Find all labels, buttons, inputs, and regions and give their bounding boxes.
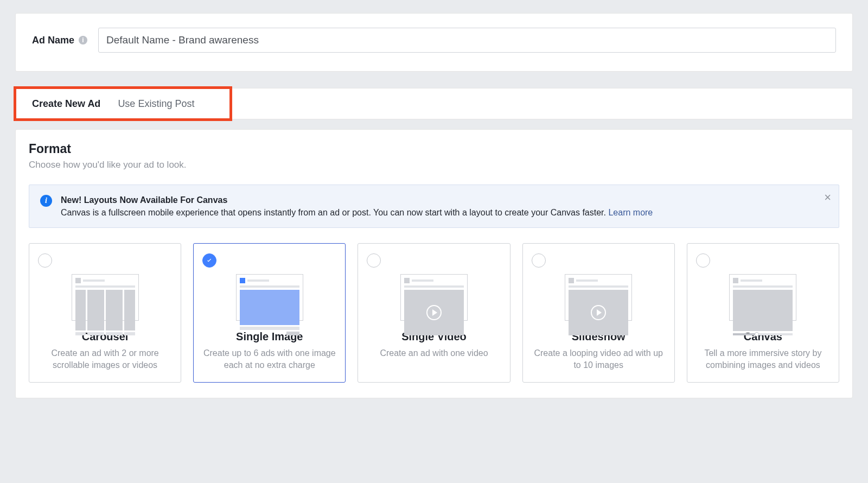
option-desc: Create an ad with one video	[367, 347, 501, 359]
option-desc: Create a looping video ad with up to 10 …	[532, 347, 666, 371]
ad-name-input[interactable]	[98, 28, 836, 53]
radio-icon	[367, 253, 381, 268]
ad-name-label: Ad Name i	[32, 35, 87, 46]
tab-create-new-ad[interactable]: Create New Ad	[23, 88, 109, 119]
info-body: Canvas is a fullscreen mobile experience…	[61, 208, 608, 217]
preview-slideshow	[565, 274, 632, 321]
tab-label: Use Existing Post	[118, 98, 194, 110]
format-options: Carousel Create an ad with 2 or more scr…	[29, 243, 839, 382]
option-single-image[interactable]: Single Image Create up to 6 ads with one…	[193, 243, 346, 382]
preview-carousel	[72, 274, 139, 321]
play-icon	[591, 305, 606, 320]
info-banner: i New! Layouts Now Available For Canvas …	[29, 185, 839, 228]
play-icon	[426, 305, 442, 320]
preview-single-video	[400, 274, 468, 321]
radio-icon	[38, 253, 52, 268]
option-desc: Create an ad with 2 or more scrollable i…	[38, 347, 172, 371]
preview-single-image	[236, 274, 303, 321]
radio-checked-icon	[202, 253, 216, 268]
option-desc: Create up to 6 ads with one image each a…	[202, 347, 336, 371]
info-heading: New! Layouts Now Available For Canvas	[61, 195, 227, 205]
learn-more-link[interactable]: Learn more	[608, 208, 653, 217]
option-desc: Tell a more immersive story by combining…	[696, 347, 830, 371]
info-text: New! Layouts Now Available For Canvas Ca…	[61, 194, 653, 219]
close-icon[interactable]: ×	[824, 192, 831, 204]
help-icon[interactable]: i	[79, 36, 87, 45]
option-carousel[interactable]: Carousel Create an ad with 2 or more scr…	[29, 243, 181, 382]
option-single-video[interactable]: Single Video Create an ad with one video	[358, 243, 510, 382]
format-title: Format	[29, 142, 839, 156]
option-canvas[interactable]: Canvas Tell a more immersive story by co…	[687, 243, 839, 382]
tabs: Create New Ad Use Existing Post	[16, 88, 852, 119]
radio-icon	[696, 253, 710, 268]
radio-icon	[532, 253, 546, 268]
ad-name-card: Ad Name i	[15, 13, 853, 72]
ad-name-label-text: Ad Name	[32, 35, 74, 46]
format-subtitle: Choose how you'd like your ad to look.	[29, 160, 839, 170]
info-icon: i	[40, 195, 52, 207]
format-card: Format Choose how you'd like your ad to …	[15, 129, 853, 398]
tab-use-existing-post[interactable]: Use Existing Post	[109, 88, 203, 119]
preview-canvas	[729, 274, 796, 321]
tab-label: Create New Ad	[32, 98, 100, 110]
tabs-card: Create New Ad Use Existing Post	[15, 88, 853, 119]
option-slideshow[interactable]: Slideshow Create a looping video ad with…	[522, 243, 675, 382]
